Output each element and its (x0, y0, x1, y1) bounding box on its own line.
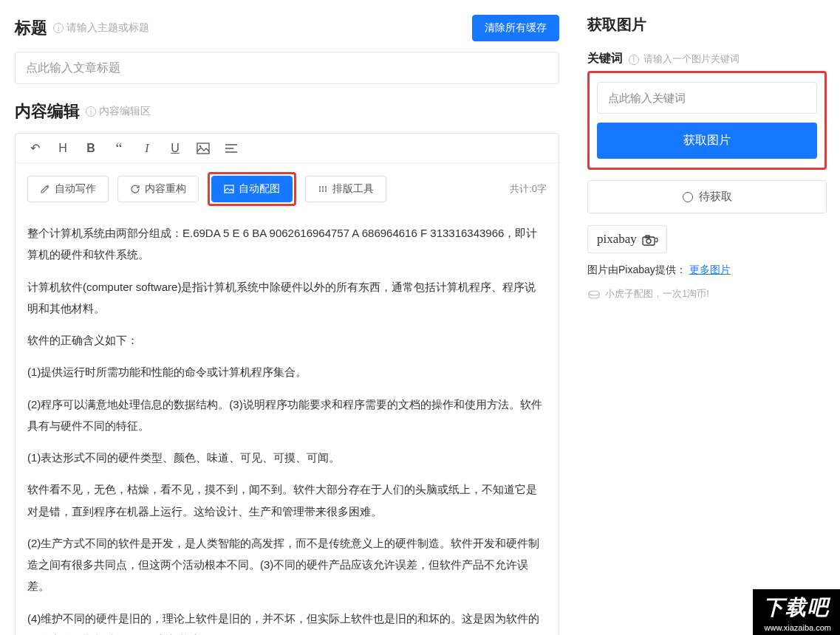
watermark: 下载吧 www.xiazaiba.com (753, 589, 840, 635)
content-paragraph: (4)维护不同的硬件是旧的，理论上软件是旧的，并不坏，但实际上软件也是旧的和坏的… (27, 608, 547, 636)
action-toolbar: 自动写作 内容重构 自动配图 排版工具 共计:0字 (16, 163, 559, 215)
italic-icon[interactable]: I (140, 142, 154, 155)
editor-label: 内容编辑 (15, 100, 80, 123)
info-icon: i (53, 23, 64, 33)
keyword-label-row: 关键词 i 请输入一个图片关键词 (587, 51, 827, 66)
auto-image-button[interactable]: 自动配图 (211, 176, 293, 202)
pending-status: 待获取 (587, 180, 827, 213)
sidebar: 获取图片 关键词 i 请输入一个图片关键词 获取图片 待获取 pixabay (574, 0, 840, 635)
title-section-label: 标题 i 请输入主题或标题 (15, 17, 149, 39)
svg-point-7 (646, 239, 651, 244)
align-icon[interactable] (224, 142, 239, 155)
undo-icon[interactable]: ↶ (27, 141, 42, 155)
auto-image-highlight: 自动配图 (208, 172, 296, 206)
content-paragraph: 软件的正确含义如下： (27, 329, 547, 351)
clear-cache-button[interactable]: 清除所有缓存 (472, 15, 559, 41)
editor-card: ↶ H B “ I U 自动写作 内 (15, 133, 559, 635)
keyword-highlight-box: 获取图片 (587, 71, 827, 170)
fetch-image-title: 获取图片 (587, 15, 827, 35)
svg-point-9 (589, 291, 599, 295)
circle-icon (683, 192, 693, 202)
word-count: 共计:0字 (510, 182, 547, 196)
content-paragraph: (1)提供运行时所需功能和性能的命令或计算机程序集合。 (27, 361, 547, 382)
title-hint: i 请输入主题或标题 (53, 21, 149, 35)
bold-icon[interactable]: B (83, 142, 98, 155)
camera-icon (641, 234, 658, 244)
heading-icon[interactable]: H (55, 142, 70, 155)
title-header: 标题 i 请输入主题或标题 清除所有缓存 (15, 15, 559, 41)
picture-icon (224, 184, 234, 194)
editor-header: 内容编辑 i 内容编辑区 (15, 100, 559, 123)
coin-line: 小虎子配图，一次1淘币! (587, 287, 827, 301)
content-paragraph: (1)表达形式不同的硬件类型、颜色、味道、可见、可摸、可闻。 (27, 447, 547, 468)
image-icon[interactable] (196, 142, 211, 155)
quote-icon[interactable]: “ (112, 143, 126, 154)
refresh-icon (130, 184, 140, 194)
auto-write-button[interactable]: 自动写作 (27, 176, 109, 202)
editor-section-label: 内容编辑 i 内容编辑区 (15, 100, 151, 123)
article-title-input[interactable] (15, 52, 559, 84)
coin-icon (587, 289, 601, 300)
layout-icon (318, 184, 328, 194)
main-column: 标题 i 请输入主题或标题 清除所有缓存 内容编辑 i 内容编辑区 (0, 0, 574, 635)
content-paragraph: (2)生产方式不同的软件是开发，是人类智能的高发挥，而不是传统意义上的硬件制造。… (27, 532, 547, 597)
keyword-hint: i 请输入一个图片关键词 (626, 53, 740, 64)
format-toolbar: ↶ H B “ I U (16, 134, 559, 163)
underline-icon[interactable]: U (168, 142, 182, 155)
restructure-button[interactable]: 内容重构 (117, 176, 199, 202)
svg-rect-0 (197, 143, 209, 154)
layout-tool-button[interactable]: 排版工具 (305, 176, 386, 202)
editor-content[interactable]: 整个计算机系统由两部分组成：E.69DA 5 E 6 BA 9062616964… (16, 215, 559, 635)
keyword-input[interactable] (597, 82, 817, 114)
provider-line: 图片由Pixabay提供： 更多图片 (587, 264, 827, 277)
content-paragraph: 整个计算机系统由两部分组成：E.69DA 5 E 6 BA 9062616964… (27, 222, 547, 266)
pixabay-badge: pixabay (587, 225, 667, 253)
info-icon: i (629, 55, 639, 65)
title-label: 标题 (15, 17, 47, 39)
keyword-label: 关键词 (587, 51, 623, 66)
fetch-image-button[interactable]: 获取图片 (597, 123, 817, 159)
more-images-link[interactable]: 更多图片 (689, 264, 731, 275)
editor-hint: i 内容编辑区 (86, 105, 151, 118)
info-icon: i (86, 106, 96, 117)
content-paragraph: 计算机软件(computer software)是指计算机系统中除硬件以外的所有… (27, 276, 547, 320)
svg-rect-5 (225, 185, 233, 193)
pencil-icon (40, 184, 50, 194)
content-paragraph: (2)程序可以满意地处理信息的数据结构。(3)说明程序功能要求和程序需要的文档的… (27, 394, 547, 437)
content-paragraph: 软件看不见，无色，枯燥，看不见，摸不到，闻不到。软件大部分存在于人们的头脑或纸上… (27, 478, 547, 522)
svg-point-1 (199, 145, 202, 148)
